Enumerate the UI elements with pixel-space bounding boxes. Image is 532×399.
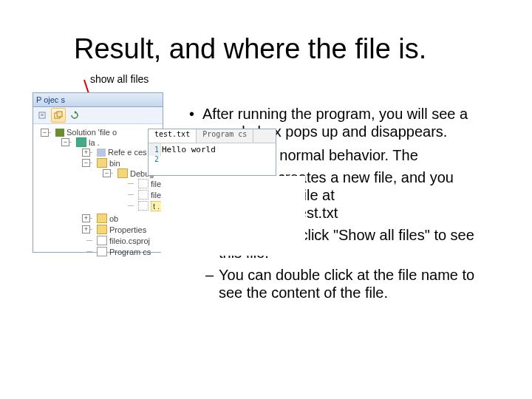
bullet-4: You can double click at the file name to… [186, 266, 497, 301]
panel-header: P ojec s [33, 93, 163, 107]
properties-button[interactable] [35, 108, 50, 123]
tree-project[interactable]: la . Refe e ces bin Debug fileio exe fil… [66, 137, 161, 258]
tree-label: fileio.csproj [109, 236, 150, 245]
folder-icon [97, 225, 107, 234]
tree-file-selected[interactable]: t . [128, 200, 161, 211]
references-icon [97, 149, 106, 157]
file-icon [138, 179, 149, 188]
editor-body[interactable]: 12 Hello world [149, 143, 276, 156]
svg-rect-2 [41, 115, 44, 116]
tree-label: la . [89, 138, 100, 147]
tree-file[interactable]: fileio exe [128, 178, 161, 189]
file-icon [138, 201, 149, 211]
show-all-files-button[interactable] [51, 108, 66, 123]
editor-gutter: 12 [149, 143, 161, 156]
refresh-icon [70, 111, 79, 120]
svg-rect-1 [41, 114, 44, 115]
folder-icon [97, 214, 107, 223]
refresh-button[interactable] [67, 108, 82, 123]
tree-file[interactable]: fileio pdb [128, 189, 161, 200]
solution-icon [55, 129, 64, 137]
solution-tree[interactable]: Solution 'file o la . Refe e ces bin Deb… [33, 124, 163, 262]
tree-label: Properties [109, 225, 146, 234]
panel-toolbar [33, 107, 163, 124]
tree-file[interactable]: Program cs [86, 246, 161, 257]
folder-icon [97, 158, 107, 168]
tree-label: bin [109, 159, 120, 168]
file-icon [138, 190, 149, 200]
editor-tab-testtxt[interactable]: test.txt [149, 129, 197, 143]
editor-line: Hello world [162, 145, 276, 154]
tree-properties[interactable]: Properties [86, 224, 161, 235]
properties-icon [38, 111, 47, 120]
folder-icon [117, 168, 128, 178]
editor-tabstrip: test.txt Program cs [149, 129, 276, 143]
tree-solution[interactable]: Solution 'file o la . Refe e ces bin Deb… [45, 127, 161, 259]
solution-explorer-panel: P ojec s Solution 'file o la . Refe e ce… [33, 92, 163, 253]
tree-label: Solution 'file o [66, 128, 117, 137]
project-icon [76, 137, 86, 147]
tree-obj[interactable]: ob [86, 213, 161, 224]
file-icon [97, 247, 107, 256]
slide-title: Result, and where the file is. [74, 33, 426, 65]
tree-file[interactable]: fileio.csproj [86, 235, 161, 246]
tree-label: Program cs [109, 248, 151, 256]
callout-label: show all files [90, 73, 149, 85]
editor-tab-programcs[interactable]: Program cs [197, 129, 253, 143]
file-icon [97, 236, 107, 245]
tree-label: t . [151, 201, 162, 211]
show-all-files-icon [54, 111, 63, 120]
svg-rect-4 [57, 112, 62, 117]
text-editor: test.txt Program cs 12 Hello world [148, 129, 276, 176]
tree-label: ob [109, 214, 118, 223]
tree-label: Refe e ces [108, 148, 147, 157]
